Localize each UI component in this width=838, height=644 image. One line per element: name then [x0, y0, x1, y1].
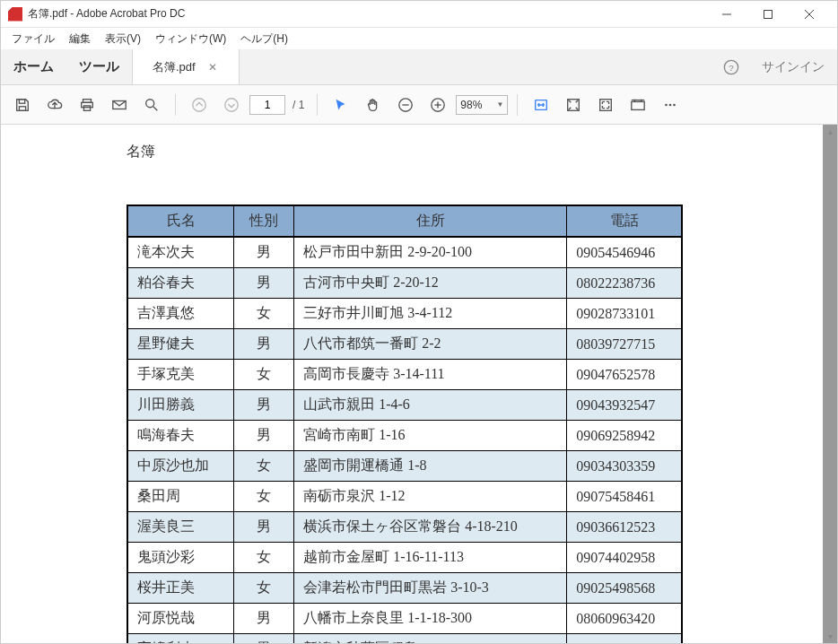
table-row: 粕谷春夫男古河市中央町 2-20-1208022238736 — [127, 268, 682, 299]
tab-home[interactable]: ホーム — [1, 49, 66, 84]
table-row: 滝本次夫男松戸市田中新田 2-9-20-10009054546946 — [127, 237, 682, 268]
cell-phone: 08039727715 — [567, 329, 682, 360]
zoom-out-icon[interactable] — [391, 91, 420, 119]
table-row: 河原悦哉男八幡市上奈良里 1-1-18-30008060963420 — [127, 604, 682, 634]
col-name-header: 氏名 — [127, 205, 234, 237]
cell-sex: 男 — [234, 329, 294, 360]
zoom-select[interactable]: 98% ▼ — [456, 95, 508, 115]
cell-name: 桜井正美 — [127, 573, 234, 604]
help-icon[interactable]: ? — [713, 49, 749, 84]
table-row: 鳴海春夫男宮崎市南町 1-1609069258942 — [127, 421, 682, 451]
cell-sex: 女 — [234, 299, 294, 329]
save-icon[interactable] — [8, 91, 37, 119]
cell-name: 中原沙也加 — [127, 451, 234, 482]
cell-phone: 09075458461 — [567, 482, 682, 512]
cell-address: 高岡市長慶寺 3-14-111 — [294, 360, 567, 390]
cell-phone: 09036612523 — [567, 512, 682, 543]
cell-phone: 09054546946 — [567, 237, 682, 268]
cell-sex: 男 — [234, 268, 294, 299]
menu-help[interactable]: ヘルプ(H) — [233, 30, 295, 48]
cell-sex: 男 — [234, 390, 294, 421]
table-row: 吉澤真悠女三好市井川町旭 3-4-11209028733101 — [127, 299, 682, 329]
tab-document-label: 名簿.pdf — [153, 59, 196, 75]
pointer-icon[interactable] — [327, 91, 355, 119]
cell-sex: 男 — [234, 512, 294, 543]
more-icon[interactable] — [656, 91, 685, 119]
document-title: 名簿 — [127, 143, 697, 161]
cell-phone: 09028733101 — [567, 299, 682, 329]
svg-point-28 — [669, 103, 672, 106]
cell-name: 手塚克美 — [127, 360, 234, 390]
cell-phone: 09047652578 — [567, 360, 682, 390]
close-button[interactable] — [789, 1, 830, 28]
zoom-value: 98% — [460, 99, 482, 111]
window-titlebar: 名簿.pdf - Adobe Acrobat Pro DC — [1, 1, 837, 28]
tab-bar: ホーム ツール 名簿.pdf ✕ ? サインイン — [1, 49, 837, 85]
table-row: 星野健夫男八代市都筑一番町 2-208039727715 — [127, 329, 682, 360]
table-header-row: 氏名 性別 住所 電話 — [127, 205, 682, 237]
svg-point-12 — [146, 99, 154, 107]
toolbar: / 1 98% ▼ — [1, 85, 837, 125]
search-icon[interactable] — [137, 91, 166, 119]
cell-name: 川田勝義 — [127, 390, 234, 421]
zoom-in-icon[interactable] — [423, 91, 452, 119]
table-row: 手塚克美女高岡市長慶寺 3-14-11109047652578 — [127, 360, 682, 390]
menu-bar: ファイル 編集 表示(V) ウィンドウ(W) ヘルプ(H) — [1, 28, 837, 49]
cell-address: 南砺市泉沢 1-12 — [294, 482, 567, 512]
menu-window[interactable]: ウィンドウ(W) — [148, 30, 233, 48]
table-row: 高嶋利夫男新潟市秋葉区程島 4-4-18-20708067900419 — [127, 634, 682, 644]
scroll-up-icon[interactable]: ▴ — [825, 126, 835, 136]
roster-table: 氏名 性別 住所 電話 滝本次夫男松戸市田中新田 2-9-20-10009054… — [127, 205, 683, 643]
cell-sex: 女 — [234, 573, 294, 604]
table-row: 桜井正美女会津若松市門田町黒岩 3-10-309025498568 — [127, 573, 682, 604]
fullscreen-icon[interactable] — [591, 91, 620, 119]
cell-address: 会津若松市門田町黒岩 3-10-3 — [294, 573, 567, 604]
fit-width-icon[interactable] — [527, 91, 555, 119]
col-sex-header: 性別 — [234, 205, 294, 237]
print-icon[interactable] — [73, 91, 101, 119]
page-down-icon[interactable] — [217, 91, 246, 119]
minimize-button[interactable] — [706, 1, 747, 28]
tab-tools[interactable]: ツール — [66, 49, 133, 84]
maximize-button[interactable] — [747, 1, 789, 28]
cell-address: 宮崎市南町 1-16 — [294, 421, 567, 451]
page-number-input[interactable] — [249, 95, 285, 115]
svg-line-13 — [153, 106, 158, 110]
document-viewport: 名簿 氏名 性別 住所 電話 滝本次夫男松戸市田中新田 2-9-20-10009… — [1, 125, 837, 643]
svg-point-29 — [673, 103, 676, 106]
read-mode-icon[interactable] — [624, 91, 652, 119]
cell-name: 吉澤真悠 — [127, 299, 234, 329]
cell-name: 渥美良三 — [127, 512, 234, 543]
cell-phone: 08022238736 — [567, 268, 682, 299]
table-row: 渥美良三男横浜市保土ヶ谷区常磐台 4-18-21009036612523 — [127, 512, 682, 543]
cell-sex: 女 — [234, 543, 294, 573]
col-phone-header: 電話 — [567, 205, 682, 237]
mail-icon[interactable] — [105, 91, 134, 119]
page-scroll-area[interactable]: 名簿 氏名 性別 住所 電話 滝本次夫男松戸市田中新田 2-9-20-10009… — [1, 125, 823, 643]
menu-file[interactable]: ファイル — [4, 30, 62, 48]
fit-page-icon[interactable] — [559, 91, 588, 119]
cell-address: 横浜市保土ヶ谷区常磐台 4-18-210 — [294, 512, 567, 543]
svg-rect-7 — [19, 106, 25, 110]
pdf-page: 名簿 氏名 性別 住所 電話 滝本次夫男松戸市田中新田 2-9-20-10009… — [1, 125, 823, 643]
menu-view[interactable]: 表示(V) — [98, 30, 148, 48]
cloud-upload-icon[interactable] — [40, 91, 69, 119]
scroll-down-icon[interactable]: ▾ — [825, 631, 835, 641]
hand-icon[interactable] — [359, 91, 388, 119]
cell-sex: 女 — [234, 360, 294, 390]
window-title: 名簿.pdf - Adobe Acrobat Pro DC — [28, 6, 185, 22]
svg-point-27 — [665, 103, 668, 106]
tab-document[interactable]: 名簿.pdf ✕ — [133, 49, 240, 84]
menu-edit[interactable]: 編集 — [62, 30, 98, 48]
cell-address: 越前市金屋町 1-16-11-113 — [294, 543, 567, 573]
cell-address: 三好市井川町旭 3-4-112 — [294, 299, 567, 329]
table-row: 中原沙也加女盛岡市開運橋通 1-809034303359 — [127, 451, 682, 482]
cell-phone: 08067900419 — [567, 634, 682, 644]
cell-sex: 女 — [234, 482, 294, 512]
close-tab-icon[interactable]: ✕ — [206, 59, 219, 75]
page-up-icon[interactable] — [185, 91, 214, 119]
cell-sex: 女 — [234, 451, 294, 482]
sign-in-button[interactable]: サインイン — [749, 49, 837, 84]
cell-phone: 09034303359 — [567, 451, 682, 482]
cell-address: 八幡市上奈良里 1-1-18-300 — [294, 604, 567, 634]
